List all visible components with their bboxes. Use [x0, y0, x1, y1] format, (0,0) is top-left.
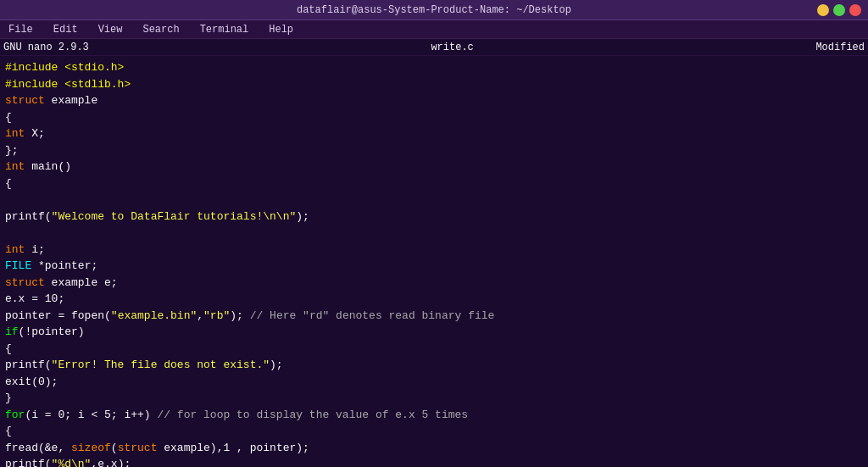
menu-search[interactable]: Search [137, 22, 184, 37]
code-line-12: int i; [5, 242, 863, 259]
menu-help[interactable]: Help [264, 22, 298, 37]
title-bar-title: dataflair@asus-System-Product-Name: ~/De… [297, 4, 571, 16]
window-controls [817, 4, 861, 16]
code-line-25: printf("%d\n",e.x); [5, 456, 863, 467]
code-line-7: int main() [5, 158, 863, 175]
menu-file[interactable]: File [3, 22, 38, 37]
minimize-button[interactable] [817, 4, 829, 16]
menu-edit[interactable]: Edit [48, 22, 83, 37]
code-line-15: e.x = 10; [5, 291, 863, 308]
code-line-22: for(i = 0; i < 5; i++) // for loop to di… [5, 407, 863, 424]
code-line-10: printf("Welcome to DataFlair tutorials!\… [5, 208, 863, 225]
menu-view[interactable]: View [93, 22, 128, 37]
code-line-5: int X; [5, 125, 863, 142]
code-line-6: }; [5, 142, 863, 159]
code-line-20: exit(0); [5, 374, 863, 391]
menu-terminal[interactable]: Terminal [195, 22, 254, 37]
maximize-button[interactable] [833, 4, 845, 16]
nano-modified: Modified [815, 42, 865, 53]
nano-filename: write.c [431, 42, 473, 53]
code-line-23: { [5, 423, 863, 440]
nano-status-bar: GNU nano 2.9.3 write.c Modified [0, 39, 868, 56]
code-line-4: { [5, 109, 863, 126]
nano-version: GNU nano 2.9.3 [3, 42, 89, 53]
code-editor[interactable]: #include <stdio.h> #include <stdlib.h> s… [0, 56, 868, 467]
close-button[interactable] [849, 4, 861, 16]
code-line-9 [5, 192, 863, 208]
code-line-13: FILE *pointer; [5, 258, 863, 275]
code-line-3: struct example [5, 92, 863, 109]
code-line-24: fread(&e, sizeof(struct example),1 , poi… [5, 440, 863, 457]
code-line-11 [5, 225, 863, 242]
code-line-17: if(!pointer) [5, 324, 863, 341]
code-line-14: struct example e; [5, 275, 863, 292]
code-line-1: #include <stdio.h> [5, 59, 863, 76]
code-line-16: pointer = fopen("example.bin","rb"); // … [5, 308, 863, 325]
code-line-21: } [5, 390, 863, 407]
code-line-19: printf("Error! The file does not exist."… [5, 357, 863, 374]
menu-bar: File Edit View Search Terminal Help [0, 20, 868, 39]
code-line-8: { [5, 175, 863, 192]
code-line-18: { [5, 341, 863, 358]
code-line-2: #include <stdlib.h> [5, 76, 863, 93]
title-bar: dataflair@asus-System-Product-Name: ~/De… [0, 0, 868, 20]
